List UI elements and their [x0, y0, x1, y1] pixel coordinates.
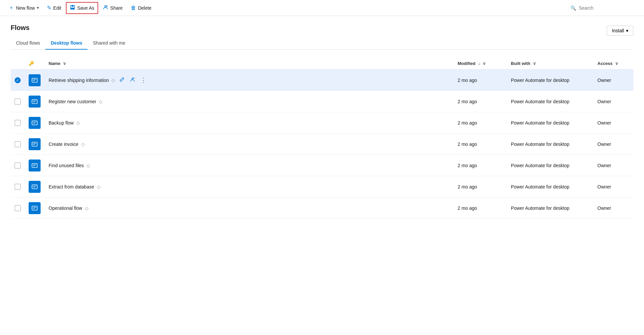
premium-icon: ◇: [97, 184, 101, 189]
edit-icon: ✎: [47, 5, 51, 11]
modified-dropdown-icon: ∨: [483, 61, 486, 66]
access-sort-icon: ∨: [615, 61, 618, 66]
flow-icon: [29, 202, 41, 214]
row-checkbox[interactable]: [11, 176, 25, 197]
name-cell-content: Retrieve shipping information ◇ ⋮: [49, 75, 450, 85]
install-button[interactable]: Install ▾: [607, 26, 633, 36]
name-cell-content: Backup flow ◇: [49, 120, 450, 126]
row-icon-cell: [25, 70, 45, 91]
save-as-button[interactable]: Save As: [66, 2, 98, 14]
flow-icon: [29, 160, 41, 171]
row-checkbox[interactable]: ✓: [11, 70, 25, 91]
table-row[interactable]: ✓ Retrieve shipping information ◇: [11, 70, 633, 91]
table-row[interactable]: Extract from database ◇ 2 mo agoPower Au…: [11, 176, 633, 197]
row-checkbox[interactable]: [11, 91, 25, 112]
name-col-header[interactable]: Name ∨: [45, 58, 454, 70]
name-cell-content: Extract from database ◇: [49, 184, 450, 189]
svg-rect-12: [32, 100, 37, 104]
row-icon-cell: [25, 176, 45, 197]
row-modified-cell: 2 mo ago: [454, 197, 507, 219]
svg-rect-21: [32, 164, 37, 168]
new-flow-button[interactable]: ＋ New flow ▾: [5, 2, 42, 13]
row-access-cell: Owner: [593, 112, 633, 134]
row-modified-cell: 2 mo ago: [454, 70, 507, 91]
row-built-with-cell: Power Automate for desktop: [507, 70, 593, 91]
edit-button[interactable]: ✎ Edit: [44, 3, 65, 13]
access-col-header[interactable]: Access ∨: [593, 58, 633, 70]
svg-rect-18: [32, 142, 37, 146]
row-more-button[interactable]: ⋮: [139, 75, 148, 85]
select-all-col: [11, 58, 25, 70]
row-checkbox[interactable]: [11, 134, 25, 155]
flow-name: Extract from database: [49, 184, 94, 189]
search-input[interactable]: [579, 5, 639, 11]
flow-name: Operational flow: [49, 205, 82, 211]
row-icon-cell: [25, 134, 45, 155]
tab-desktop-flows[interactable]: Desktop flows: [45, 37, 88, 50]
flow-icon: [29, 138, 41, 150]
flow-icon: [29, 96, 41, 108]
checkbox-empty: [15, 205, 21, 211]
row-modified-cell: 2 mo ago: [454, 134, 507, 155]
flow-name: Register new customer: [49, 99, 96, 104]
svg-rect-2: [71, 8, 74, 9]
page-title: Flows: [11, 24, 30, 32]
svg-rect-1: [72, 5, 74, 7]
row-built-with-cell: Power Automate for desktop: [507, 197, 593, 219]
modified-col-header[interactable]: Modified ↓ ∨: [454, 58, 507, 70]
table-row[interactable]: Create invoice ◇ 2 mo agoPower Automate …: [11, 134, 633, 155]
premium-icon: ◇: [99, 99, 103, 104]
row-access-cell: Owner: [593, 176, 633, 197]
row-icon-cell: [25, 112, 45, 134]
row-share-button[interactable]: [128, 76, 136, 85]
name-cell-content: Register new customer ◇: [49, 99, 450, 104]
row-modified-cell: 2 mo ago: [454, 176, 507, 197]
share-button[interactable]: Share: [100, 3, 126, 13]
checkbox-empty: [15, 120, 21, 126]
share-icon: [103, 5, 108, 11]
row-name-cell: Find unused files ◇: [45, 155, 454, 176]
row-name-cell: Create invoice ◇: [45, 134, 454, 155]
row-modified-cell: 2 mo ago: [454, 155, 507, 176]
row-inline-actions: ⋮: [118, 75, 148, 85]
delete-button[interactable]: 🗑 Delete: [127, 3, 155, 13]
flow-name: Find unused files: [49, 163, 84, 168]
row-checkbox[interactable]: [11, 112, 25, 134]
tab-shared-with-me[interactable]: Shared with me: [88, 37, 130, 50]
row-name-cell: Extract from database ◇: [45, 176, 454, 197]
tab-cloud-flows[interactable]: Cloud flows: [11, 37, 45, 50]
svg-rect-27: [32, 206, 37, 210]
checkbox-empty: [15, 163, 21, 168]
name-sort-icon: ∨: [63, 61, 66, 66]
svg-rect-6: [32, 78, 37, 82]
row-built-with-cell: Power Automate for desktop: [507, 155, 593, 176]
built-with-col-header[interactable]: Built with ∨: [507, 58, 593, 70]
table-row[interactable]: Operational flow ◇ 2 mo agoPower Automat…: [11, 197, 633, 219]
toolbar: ＋ New flow ▾ ✎ Edit Save As Share 🗑: [0, 0, 644, 16]
name-cell-content: Operational flow ◇: [49, 205, 450, 211]
svg-line-11: [133, 78, 134, 78]
table-row[interactable]: Find unused files ◇ 2 mo agoPower Automa…: [11, 155, 633, 176]
row-checkbox[interactable]: [11, 197, 25, 219]
tabs-container: Cloud flows Desktop flows Shared with me: [11, 37, 633, 50]
svg-rect-15: [32, 121, 37, 125]
premium-icon: ◇: [87, 163, 90, 168]
table-row[interactable]: Register new customer ◇ 2 mo agoPower Au…: [11, 91, 633, 112]
svg-point-9: [132, 78, 133, 79]
row-edit-button[interactable]: [118, 76, 126, 85]
row-checkbox[interactable]: [11, 155, 25, 176]
checkbox-empty: [15, 141, 21, 147]
search-icon: 🔍: [570, 5, 576, 11]
row-modified-cell: 2 mo ago: [454, 112, 507, 134]
row-access-cell: Owner: [593, 197, 633, 219]
row-icon-cell: [25, 155, 45, 176]
svg-rect-24: [32, 185, 37, 189]
flow-icon: [29, 74, 41, 86]
checkbox-checked: ✓: [15, 77, 21, 83]
save-as-icon: [70, 5, 75, 11]
flows-table: 🔑 Name ∨ Modified ↓ ∨ Built with ∨ Acces…: [11, 58, 633, 219]
table-row[interactable]: Backup flow ◇ 2 mo agoPower Automate for…: [11, 112, 633, 134]
flow-icon: [29, 117, 41, 129]
row-icon-cell: [25, 91, 45, 112]
row-access-cell: Owner: [593, 70, 633, 91]
